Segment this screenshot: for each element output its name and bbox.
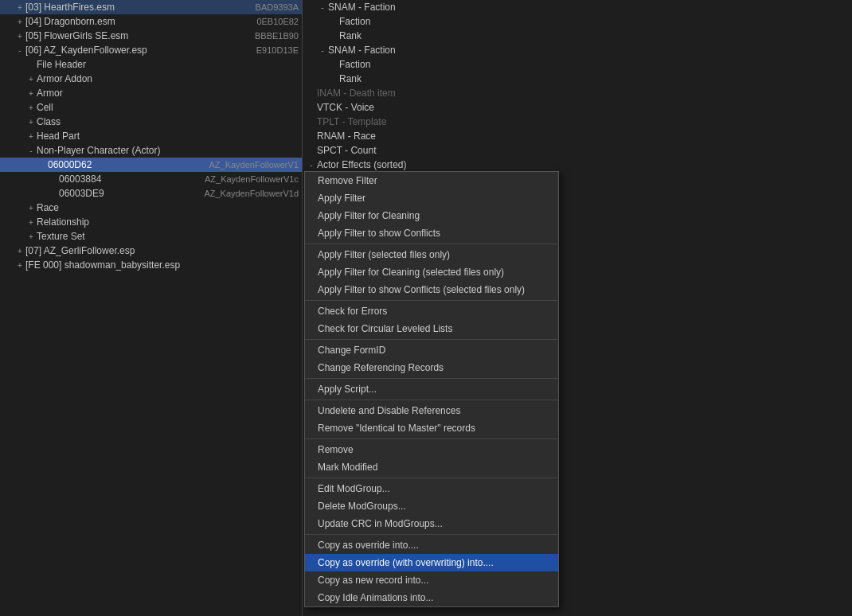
- right-tree-item-faction2[interactable]: Faction: [303, 57, 852, 72]
- right-tree-label: Faction: [339, 59, 852, 70]
- toggle-icon[interactable]: +: [25, 118, 37, 127]
- tree-label: 06003DE9: [59, 188, 204, 199]
- tree-item-shadow[interactable]: +[FE 000] shadowman_babysitter.esp: [0, 258, 302, 272]
- toggle-icon[interactable]: +: [14, 261, 25, 270]
- tree-label: File Header: [37, 59, 302, 70]
- tree-item-dragonborn[interactable]: +[04] Dragonborn.esm 0EB10E82: [0, 14, 302, 29]
- menu-item-edit-modgroup[interactable]: Edit ModGroup...: [305, 480, 558, 497]
- menu-item-apply-script[interactable]: Apply Script...: [305, 380, 558, 398]
- tree-label: [03] HearthFires.esm: [25, 2, 256, 13]
- right-tree-label: Actor Effects (sorted): [317, 159, 852, 170]
- form-id: BAD9393A: [256, 2, 299, 12]
- right-tree-item-tplt[interactable]: TPLT - Template: [303, 115, 852, 129]
- right-tree-item-inam[interactable]: INAM - Death item: [303, 86, 852, 100]
- menu-item-apply-filter[interactable]: Apply Filter: [305, 189, 558, 207]
- right-tree-item-snam1[interactable]: -SNAM - Faction: [303, 0, 852, 14]
- toggle-icon[interactable]: +: [14, 32, 25, 41]
- toggle-icon[interactable]: +: [14, 18, 25, 26]
- tree-item-armor[interactable]: +Armor: [0, 86, 302, 100]
- tree-item-npc3[interactable]: 06003DE9 AZ_KaydenFollowerV1d: [0, 186, 302, 201]
- menu-item-check-errors[interactable]: Check for Errors: [305, 302, 558, 320]
- right-tree-item-snam2[interactable]: -SNAM - Faction: [303, 43, 852, 57]
- menu-item-apply-filter-conflicts[interactable]: Apply Filter to show Conflicts: [305, 224, 558, 242]
- menu-separator: [305, 300, 558, 301]
- tree-item-hearth[interactable]: +[03] HearthFires.esm BAD9393A: [0, 0, 302, 14]
- toggle-icon[interactable]: -: [14, 46, 25, 55]
- right-tree-label: Rank: [339, 73, 852, 84]
- tree-item-relationship[interactable]: +Relationship: [0, 215, 302, 229]
- toggle-icon[interactable]: -: [306, 161, 317, 170]
- right-tree-label: RNAM - Race: [317, 131, 852, 142]
- right-tree-item-faction1[interactable]: Faction: [303, 14, 852, 29]
- tree-label: Armor Addon: [37, 73, 302, 84]
- tree-label: [FE 000] shadowman_babysitter.esp: [25, 259, 302, 271]
- right-tree-item-vtck[interactable]: VTCK - Voice: [303, 100, 852, 115]
- tree-label: Head Part: [37, 131, 302, 142]
- menu-item-remove-filter[interactable]: Remove Filter: [305, 172, 558, 189]
- toggle-icon[interactable]: +: [25, 89, 37, 98]
- right-tree-label: VTCK - Voice: [317, 102, 852, 113]
- tree-item-npc1[interactable]: 06000D62 AZ_KaydenFollowerV1: [0, 158, 302, 172]
- toggle-icon[interactable]: -: [317, 3, 328, 12]
- tree-item-gerli[interactable]: +[07] AZ_GerliFollower.esp: [0, 244, 302, 258]
- menu-item-copy-override-overwriting[interactable]: Copy as override (with overwriting) into…: [305, 554, 558, 571]
- tree-item-npc[interactable]: -Non-Player Character (Actor): [0, 143, 302, 158]
- right-tree-label: INAM - Death item: [317, 88, 852, 99]
- menu-item-undelete[interactable]: Undelete and Disable References: [305, 402, 558, 419]
- toggle-icon[interactable]: +: [25, 204, 37, 212]
- menu-item-apply-filter-cleaning-selected[interactable]: Apply Filter for Cleaning (selected file…: [305, 263, 558, 281]
- tree-label: Race: [37, 202, 302, 213]
- right-tree-label: SNAM - Faction: [328, 2, 852, 13]
- form-id: E910D13E: [256, 45, 299, 55]
- menu-item-check-circular[interactable]: Check for Circular Leveled Lists: [305, 320, 558, 337]
- menu-item-copy-idle[interactable]: Copy Idle Animations into...: [305, 589, 558, 606]
- menu-separator: [305, 534, 558, 535]
- menu-item-copy-new-record[interactable]: Copy as new record into...: [305, 571, 558, 589]
- form-id: AZ_KaydenFollowerV1c: [205, 174, 299, 184]
- toggle-icon[interactable]: +: [14, 247, 25, 255]
- menu-separator: [305, 400, 558, 400]
- tree-item-race[interactable]: +Race: [0, 201, 302, 215]
- tree-item-class[interactable]: +Class: [0, 115, 302, 129]
- menu-item-apply-filter-conflicts-selected[interactable]: Apply Filter to show Conflicts (selected…: [305, 281, 558, 298]
- tree-item-azkayden[interactable]: -[06] AZ_KaydenFollower.esp E910D13E: [0, 43, 302, 57]
- tree-label: [07] AZ_GerliFollower.esp: [25, 245, 302, 256]
- context-menu: Remove FilterApply FilterApply Filter fo…: [304, 171, 559, 607]
- menu-item-copy-override[interactable]: Copy as override into....: [305, 536, 558, 554]
- form-id: AZ_KaydenFollowerV1d: [204, 189, 299, 198]
- tree-item-headpart[interactable]: +Head Part: [0, 129, 302, 143]
- tree-item-cell[interactable]: +Cell: [0, 100, 302, 115]
- right-tree-item-rnam[interactable]: RNAM - Race: [303, 129, 852, 143]
- toggle-icon[interactable]: +: [25, 218, 37, 227]
- toggle-icon[interactable]: +: [25, 232, 37, 241]
- toggle-icon[interactable]: -: [317, 46, 328, 55]
- toggle-icon[interactable]: +: [25, 103, 37, 112]
- right-tree-item-rank2[interactable]: Rank: [303, 72, 852, 86]
- tree-item-npc2[interactable]: 06003884 AZ_KaydenFollowerV1c: [0, 172, 302, 186]
- tree-item-textureset[interactable]: +Texture Set: [0, 229, 302, 244]
- right-tree-label: SNAM - Faction: [328, 45, 852, 56]
- toggle-icon[interactable]: +: [25, 132, 37, 141]
- menu-item-mark-modified[interactable]: Mark Modified: [305, 458, 558, 476]
- menu-item-update-crc[interactable]: Update CRC in ModGroups...: [305, 515, 558, 532]
- toggle-icon[interactable]: +: [14, 3, 25, 12]
- tree-label: [04] Dragonborn.esm: [25, 16, 256, 27]
- menu-item-change-formid[interactable]: Change FormID: [305, 341, 558, 359]
- menu-item-change-referencing[interactable]: Change Referencing Records: [305, 359, 558, 376]
- menu-separator: [305, 478, 558, 478]
- right-tree-item-spct[interactable]: SPCT - Count: [303, 143, 852, 158]
- toggle-icon[interactable]: +: [25, 75, 37, 84]
- tree-item-fileheader[interactable]: File Header: [0, 57, 302, 72]
- menu-item-apply-filter-selected[interactable]: Apply Filter (selected files only): [305, 246, 558, 263]
- right-tree-item-rank1[interactable]: Rank: [303, 29, 852, 43]
- tree-item-armoraddon[interactable]: +Armor Addon: [0, 72, 302, 86]
- right-tree-item-actor-effects[interactable]: -Actor Effects (sorted): [303, 158, 852, 172]
- menu-item-remove-identical[interactable]: Remove "Identical to Master" records: [305, 419, 558, 437]
- toggle-icon[interactable]: -: [25, 146, 37, 155]
- menu-item-remove[interactable]: Remove: [305, 441, 558, 458]
- form-id: BBBE1B90: [255, 31, 299, 41]
- menu-item-delete-modgroups[interactable]: Delete ModGroups...: [305, 497, 558, 515]
- tree-item-flowergirls[interactable]: +[05] FlowerGirls SE.esm BBBE1B90: [0, 29, 302, 43]
- tree-label: [05] FlowerGirls SE.esm: [25, 30, 255, 41]
- menu-item-apply-filter-cleaning[interactable]: Apply Filter for Cleaning: [305, 207, 558, 224]
